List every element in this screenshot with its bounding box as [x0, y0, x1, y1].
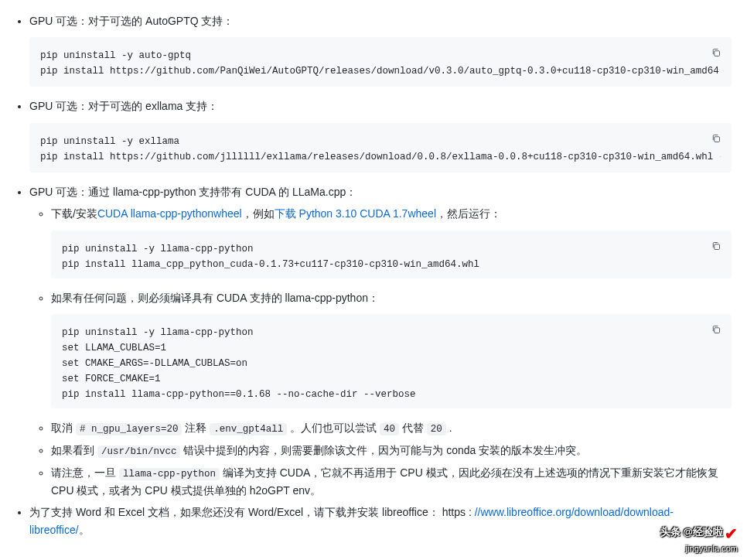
text-part: . [446, 422, 452, 434]
svg-rect-1 [715, 137, 720, 142]
list-item: 取消 # n_gpu_layers=20 注释 .env_gpt4all 。人们… [51, 419, 732, 437]
svg-rect-0 [715, 51, 720, 56]
watermark-url: jingyanla.com [660, 543, 738, 554]
text-part: 代替 [399, 422, 427, 434]
list-item: GPU 可选：对于可选的 AutoGPTQ 支持： pip uninstall … [29, 12, 732, 87]
code-content: pip uninstall -y llama-cpp-python set LL… [62, 325, 721, 402]
link-cuda-wheel[interactable]: CUDA llama-cpp-pythonwheel [97, 207, 242, 220]
list-item: 请注意，一旦 llama-cpp-python 编译为支持 CUDA，它就不再适… [51, 464, 732, 499]
inline-code: /usr/bin/nvcc [97, 446, 181, 458]
code-content: pip uninstall -y llama-cpp-python pip in… [62, 241, 721, 272]
text-part: 取消 [51, 422, 76, 434]
copy-icon[interactable] [707, 129, 725, 148]
bullet-list: GPU 可选：对于可选的 AutoGPTQ 支持： pip uninstall … [8, 12, 732, 538]
text-part: ，然后运行： [436, 207, 501, 220]
copy-icon[interactable] [707, 237, 725, 255]
list-item: 下载/安装CUDA llama-cpp-pythonwheel，例如下载 Pyt… [51, 205, 732, 278]
svg-rect-3 [715, 328, 720, 333]
inline-code: .env_gpt4all [210, 423, 287, 435]
inline-code: 20 [427, 423, 446, 435]
code-scroll[interactable]: pip uninstall -y exllama pip install htt… [40, 134, 721, 166]
link-python310-wheel[interactable]: 下载 Python 3.10 CUDA 1.7wheel [275, 207, 436, 220]
item-text: 如果有任何问题，则必须编译具有 CUDA 支持的 llama-cpp-pytho… [51, 292, 379, 304]
item-text: GPU 可选：通过 llama-cpp-python 支持带有 CUDA 的 L… [29, 186, 356, 198]
code-content: pip uninstall -y auto-gptq pip install h… [40, 48, 721, 79]
text-part: ，例如 [242, 207, 275, 220]
inline-code: 40 [380, 423, 399, 435]
item-text: GPU 可选：对于可选的 exllama 支持： [29, 100, 218, 112]
text-part: 下载/安装 [51, 207, 97, 220]
inline-code: llama-cpp-python [119, 468, 220, 480]
item-text: GPU 可选：对于可选的 AutoGPTQ 支持： [29, 15, 234, 27]
copy-icon[interactable] [707, 320, 725, 339]
text-part: 错误中提到的内容，则需要删除该文件，因为可能与为 conda 安装的版本发生冲突… [180, 444, 587, 456]
copy-icon[interactable] [707, 43, 725, 62]
text-part: 。人们也可以尝试 [287, 422, 380, 434]
text-part: 。 [79, 524, 90, 536]
inline-code: # n_gpu_layers=20 [76, 423, 182, 435]
code-block: pip uninstall -y llama-cpp-python pip in… [51, 230, 732, 278]
list-item: GPU 可选：通过 llama-cpp-python 支持带有 CUDA 的 L… [29, 183, 732, 500]
list-item: 如果看到 /usr/bin/nvcc 错误中提到的内容，则需要删除该文件，因为可… [51, 442, 732, 459]
text-part: 注释 [182, 422, 210, 434]
code-scroll[interactable]: pip uninstall -y auto-gptq pip install h… [40, 48, 721, 80]
list-item: 为了支持 Word 和 Excel 文档，如果您还没有 Word/Excel，请… [29, 504, 732, 538]
list-item: GPU 可选：对于可选的 exllama 支持： pip uninstall -… [29, 97, 732, 172]
code-block: pip uninstall -y auto-gptq pip install h… [29, 37, 732, 87]
code-block: pip uninstall -y llama-cpp-python set LL… [51, 314, 732, 408]
code-content: pip uninstall -y exllama pip install htt… [40, 134, 721, 165]
nested-list: 下载/安装CUDA llama-cpp-pythonwheel，例如下载 Pyt… [29, 205, 732, 499]
text-part: 如果看到 [51, 444, 97, 456]
list-item: 如果有任何问题，则必须编译具有 CUDA 支持的 llama-cpp-pytho… [51, 289, 732, 408]
code-block: pip uninstall -y exllama pip install htt… [29, 123, 732, 172]
text-part: 为了支持 Word 和 Excel 文档，如果您还没有 Word/Excel，请… [29, 506, 475, 518]
text-part: 请注意，一旦 [51, 466, 119, 479]
svg-rect-2 [715, 244, 720, 249]
